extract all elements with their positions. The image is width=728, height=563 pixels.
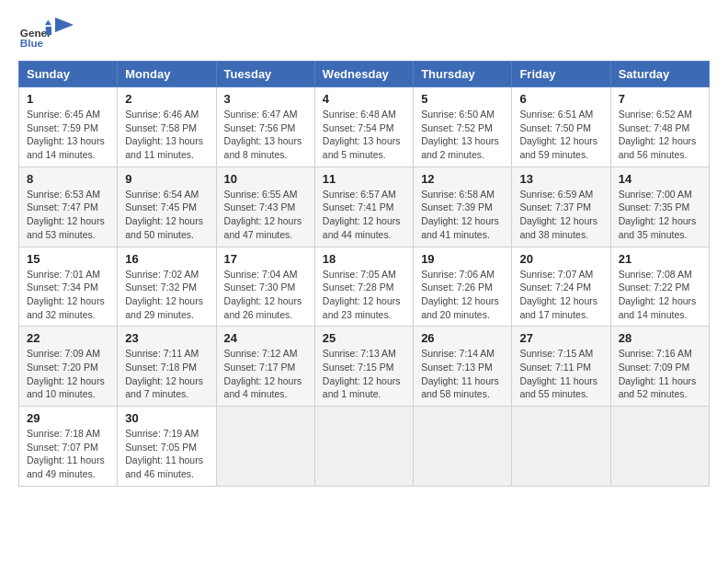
calendar-table: SundayMondayTuesdayWednesdayThursdayFrid… bbox=[18, 61, 710, 487]
day-number: 9 bbox=[125, 172, 208, 186]
calendar-cell: 14 Sunrise: 7:00 AM Sunset: 7:35 PM Dayl… bbox=[610, 167, 709, 247]
logo: General Blue bbox=[18, 18, 74, 52]
day-number: 4 bbox=[323, 92, 405, 106]
day-info: Sunrise: 7:14 AM Sunset: 7:13 PM Dayligh… bbox=[421, 347, 504, 401]
day-info: Sunrise: 6:54 AM Sunset: 7:45 PM Dayligh… bbox=[125, 188, 208, 242]
calendar-cell: 28 Sunrise: 7:16 AM Sunset: 7:09 PM Dayl… bbox=[610, 327, 709, 407]
calendar-cell: 3 Sunrise: 6:47 AM Sunset: 7:56 PM Dayli… bbox=[216, 87, 314, 167]
day-number: 22 bbox=[27, 331, 109, 345]
day-number: 25 bbox=[323, 331, 405, 345]
svg-marker-3 bbox=[46, 27, 51, 35]
calendar-header-monday: Monday bbox=[118, 62, 216, 87]
day-number: 7 bbox=[619, 92, 701, 106]
day-info: Sunrise: 7:01 AM Sunset: 7:34 PM Dayligh… bbox=[27, 268, 109, 322]
calendar-header-tuesday: Tuesday bbox=[216, 62, 314, 87]
day-info: Sunrise: 7:13 AM Sunset: 7:15 PM Dayligh… bbox=[323, 347, 405, 401]
day-info: Sunrise: 7:19 AM Sunset: 7:05 PM Dayligh… bbox=[125, 427, 208, 481]
day-number: 3 bbox=[224, 92, 307, 106]
calendar-cell: 20 Sunrise: 7:07 AM Sunset: 7:24 PM Dayl… bbox=[512, 247, 610, 327]
day-info: Sunrise: 6:48 AM Sunset: 7:54 PM Dayligh… bbox=[323, 108, 405, 162]
logo-icon: General Blue bbox=[18, 18, 51, 52]
calendar-cell bbox=[414, 407, 512, 487]
day-number: 24 bbox=[224, 331, 307, 345]
day-info: Sunrise: 6:53 AM Sunset: 7:47 PM Dayligh… bbox=[27, 188, 109, 242]
day-info: Sunrise: 7:05 AM Sunset: 7:28 PM Dayligh… bbox=[323, 268, 405, 322]
svg-marker-2 bbox=[45, 20, 51, 25]
day-info: Sunrise: 7:16 AM Sunset: 7:09 PM Dayligh… bbox=[619, 347, 701, 401]
calendar-cell: 9 Sunrise: 6:54 AM Sunset: 7:45 PM Dayli… bbox=[118, 167, 216, 247]
day-number: 8 bbox=[27, 172, 109, 186]
day-number: 6 bbox=[519, 92, 602, 106]
day-info: Sunrise: 7:06 AM Sunset: 7:26 PM Dayligh… bbox=[421, 268, 504, 322]
calendar-cell: 27 Sunrise: 7:15 AM Sunset: 7:11 PM Dayl… bbox=[512, 327, 610, 407]
calendar-cell: 8 Sunrise: 6:53 AM Sunset: 7:47 PM Dayli… bbox=[19, 167, 118, 247]
day-number: 27 bbox=[519, 331, 602, 345]
day-number: 5 bbox=[421, 92, 504, 106]
calendar-header-wednesday: Wednesday bbox=[314, 62, 413, 87]
calendar-body: 1 Sunrise: 6:45 AM Sunset: 7:59 PM Dayli… bbox=[19, 87, 710, 487]
calendar-header-row: SundayMondayTuesdayWednesdayThursdayFrid… bbox=[19, 62, 710, 87]
day-info: Sunrise: 7:11 AM Sunset: 7:18 PM Dayligh… bbox=[125, 347, 208, 401]
calendar-cell: 13 Sunrise: 6:59 AM Sunset: 7:37 PM Dayl… bbox=[512, 167, 610, 247]
svg-marker-4 bbox=[55, 17, 74, 32]
day-info: Sunrise: 6:59 AM Sunset: 7:37 PM Dayligh… bbox=[519, 188, 602, 242]
day-info: Sunrise: 7:15 AM Sunset: 7:11 PM Dayligh… bbox=[519, 347, 602, 401]
day-info: Sunrise: 7:07 AM Sunset: 7:24 PM Dayligh… bbox=[519, 268, 602, 322]
calendar-cell: 29 Sunrise: 7:18 AM Sunset: 7:07 PM Dayl… bbox=[19, 407, 118, 487]
day-number: 14 bbox=[619, 172, 701, 186]
day-info: Sunrise: 7:09 AM Sunset: 7:20 PM Dayligh… bbox=[27, 347, 109, 401]
day-number: 20 bbox=[519, 252, 602, 266]
day-number: 13 bbox=[519, 172, 602, 186]
day-info: Sunrise: 7:04 AM Sunset: 7:30 PM Dayligh… bbox=[224, 268, 307, 322]
day-number: 18 bbox=[323, 252, 405, 266]
day-number: 21 bbox=[619, 252, 701, 266]
calendar-cell: 18 Sunrise: 7:05 AM Sunset: 7:28 PM Dayl… bbox=[314, 247, 413, 327]
calendar-cell bbox=[610, 407, 709, 487]
day-info: Sunrise: 7:02 AM Sunset: 7:32 PM Dayligh… bbox=[125, 268, 208, 322]
calendar-cell bbox=[314, 407, 413, 487]
calendar-header-friday: Friday bbox=[512, 62, 610, 87]
calendar-cell: 19 Sunrise: 7:06 AM Sunset: 7:26 PM Dayl… bbox=[414, 247, 512, 327]
day-number: 15 bbox=[27, 252, 109, 266]
calendar-cell: 7 Sunrise: 6:52 AM Sunset: 7:48 PM Dayli… bbox=[610, 87, 709, 167]
calendar-cell: 1 Sunrise: 6:45 AM Sunset: 7:59 PM Dayli… bbox=[19, 87, 118, 167]
day-number: 23 bbox=[125, 331, 208, 345]
day-info: Sunrise: 6:52 AM Sunset: 7:48 PM Dayligh… bbox=[619, 108, 701, 162]
calendar-header-saturday: Saturday bbox=[610, 62, 709, 87]
calendar-cell: 26 Sunrise: 7:14 AM Sunset: 7:13 PM Dayl… bbox=[414, 327, 512, 407]
calendar-cell: 16 Sunrise: 7:02 AM Sunset: 7:32 PM Dayl… bbox=[118, 247, 216, 327]
day-number: 30 bbox=[125, 411, 208, 425]
day-number: 19 bbox=[421, 252, 504, 266]
calendar-cell: 25 Sunrise: 7:13 AM Sunset: 7:15 PM Dayl… bbox=[314, 327, 413, 407]
day-info: Sunrise: 6:57 AM Sunset: 7:41 PM Dayligh… bbox=[323, 188, 405, 242]
day-info: Sunrise: 6:46 AM Sunset: 7:58 PM Dayligh… bbox=[125, 108, 208, 162]
calendar-cell: 22 Sunrise: 7:09 AM Sunset: 7:20 PM Dayl… bbox=[19, 327, 118, 407]
calendar-cell bbox=[216, 407, 314, 487]
day-number: 10 bbox=[224, 172, 307, 186]
day-number: 29 bbox=[27, 411, 109, 425]
day-info: Sunrise: 7:12 AM Sunset: 7:17 PM Dayligh… bbox=[224, 347, 307, 401]
day-number: 28 bbox=[619, 331, 701, 345]
logo-flag-icon bbox=[55, 17, 74, 45]
calendar-cell: 4 Sunrise: 6:48 AM Sunset: 7:54 PM Dayli… bbox=[314, 87, 413, 167]
calendar-week-5: 29 Sunrise: 7:18 AM Sunset: 7:07 PM Dayl… bbox=[19, 407, 710, 487]
calendar-cell: 12 Sunrise: 6:58 AM Sunset: 7:39 PM Dayl… bbox=[414, 167, 512, 247]
svg-text:Blue: Blue bbox=[20, 37, 44, 49]
day-info: Sunrise: 7:00 AM Sunset: 7:35 PM Dayligh… bbox=[619, 188, 701, 242]
day-info: Sunrise: 6:50 AM Sunset: 7:52 PM Dayligh… bbox=[421, 108, 504, 162]
calendar-week-3: 15 Sunrise: 7:01 AM Sunset: 7:34 PM Dayl… bbox=[19, 247, 710, 327]
calendar-cell bbox=[512, 407, 610, 487]
day-info: Sunrise: 6:45 AM Sunset: 7:59 PM Dayligh… bbox=[27, 108, 109, 162]
calendar-cell: 23 Sunrise: 7:11 AM Sunset: 7:18 PM Dayl… bbox=[118, 327, 216, 407]
calendar-cell: 10 Sunrise: 6:55 AM Sunset: 7:43 PM Dayl… bbox=[216, 167, 314, 247]
calendar-cell: 15 Sunrise: 7:01 AM Sunset: 7:34 PM Dayl… bbox=[19, 247, 118, 327]
calendar-header-sunday: Sunday bbox=[19, 62, 118, 87]
calendar-week-4: 22 Sunrise: 7:09 AM Sunset: 7:20 PM Dayl… bbox=[19, 327, 710, 407]
page-header: General Blue bbox=[18, 18, 710, 52]
day-number: 11 bbox=[323, 172, 405, 186]
day-info: Sunrise: 6:51 AM Sunset: 7:50 PM Dayligh… bbox=[519, 108, 602, 162]
calendar-cell: 5 Sunrise: 6:50 AM Sunset: 7:52 PM Dayli… bbox=[414, 87, 512, 167]
day-number: 1 bbox=[27, 92, 109, 106]
day-info: Sunrise: 6:47 AM Sunset: 7:56 PM Dayligh… bbox=[224, 108, 307, 162]
day-info: Sunrise: 6:58 AM Sunset: 7:39 PM Dayligh… bbox=[421, 188, 504, 242]
